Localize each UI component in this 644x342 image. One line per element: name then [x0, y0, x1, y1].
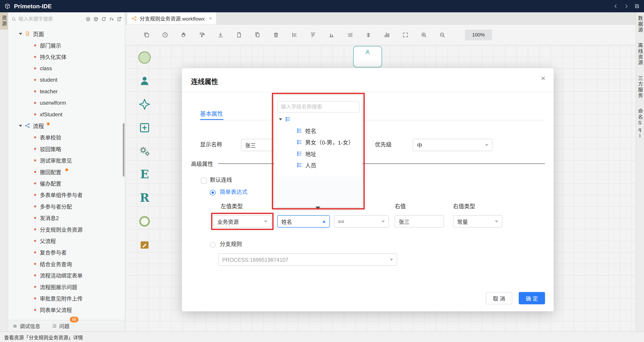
hand-icon[interactable]: [180, 31, 187, 38]
field-option[interactable]: 人员: [274, 159, 362, 171]
copy-icon[interactable]: [254, 31, 261, 38]
tree-item[interactable]: 审批意见附件上传: [8, 292, 125, 304]
field-option[interactable]: 男女（0-男，1-女）: [274, 136, 362, 148]
palette-participant[interactable]: [137, 73, 152, 89]
delete-icon[interactable]: [273, 31, 279, 38]
palette-note[interactable]: [137, 237, 152, 252]
zoom-in-icon[interactable]: [420, 31, 427, 38]
tab-datasource[interactable]: 数据源: [636, 16, 644, 33]
zoom-out-icon[interactable]: [439, 31, 446, 38]
module-icon[interactable]: [93, 16, 99, 22]
tab-close-icon[interactable]: ×: [209, 15, 212, 22]
caret-down-icon[interactable]: [19, 33, 22, 35]
tree-item[interactable]: 复合参与者: [8, 246, 125, 258]
palette-rule[interactable]: R: [137, 190, 152, 206]
sidebar-scrollbar[interactable]: [123, 123, 124, 177]
caret-down-icon[interactable]: [279, 118, 282, 120]
clone-icon[interactable]: [144, 31, 150, 38]
simple-expression-radio[interactable]: [210, 190, 216, 196]
close-icon[interactable]: ×: [541, 74, 545, 83]
debug-info-button[interactable]: 调试信息: [12, 322, 40, 330]
export-icon[interactable]: [116, 16, 122, 22]
field-tree-root[interactable]: [274, 114, 362, 125]
problems-button[interactable]: 问题: [52, 322, 69, 330]
default-line-checkbox[interactable]: [201, 178, 207, 184]
tree-item[interactable]: 部门展示: [8, 39, 125, 51]
tree-item[interactable]: 同表单父流程: [8, 304, 125, 316]
bullet-icon: [34, 148, 36, 150]
field-search-input[interactable]: [277, 101, 359, 112]
field-option[interactable]: 姓名: [274, 125, 362, 136]
palette-add-node[interactable]: [137, 120, 152, 136]
operator-select[interactable]: ==: [334, 215, 389, 228]
nav-forward-icon[interactable]: [624, 3, 629, 9]
nav-back-icon[interactable]: [613, 3, 618, 9]
palette-entity[interactable]: E: [137, 167, 152, 182]
tree-item[interactable]: class: [8, 62, 125, 74]
palette-end-node[interactable]: [137, 214, 152, 229]
tree-item[interactable]: 持久化实体: [8, 51, 125, 62]
tree-item[interactable]: 多表单组件参与者: [8, 189, 125, 200]
tree-item[interactable]: 催办配置: [8, 177, 125, 189]
fit-screen-icon[interactable]: [402, 31, 409, 38]
page-file-icon: [24, 31, 30, 37]
tree-item[interactable]: 测试审批意见: [8, 154, 125, 166]
history-icon[interactable]: [162, 31, 168, 38]
tree-item[interactable]: 驳回策略: [8, 143, 125, 154]
tree-item[interactable]: teacher: [8, 86, 125, 97]
tree-item[interactable]: 多参与者分配: [8, 200, 125, 212]
tree-item[interactable]: 父流程: [8, 235, 125, 246]
tree-group-processes[interactable]: 流程: [8, 120, 125, 131]
align-right-icon[interactable]: [347, 31, 353, 38]
tree-item[interactable]: student: [8, 74, 125, 85]
caret-down-icon[interactable]: [19, 124, 22, 126]
palette-gateway[interactable]: [137, 96, 152, 112]
tree-item[interactable]: 发消息2: [8, 212, 125, 223]
zoom-level[interactable]: 100%: [465, 29, 492, 40]
field-select[interactable]: 姓名: [277, 215, 330, 228]
right-value-input[interactable]: [394, 215, 444, 228]
field-list-icon: [296, 151, 302, 156]
download-icon[interactable]: [217, 31, 224, 38]
bar-chart-icon[interactable]: [384, 31, 390, 38]
save-icon[interactable]: [634, 3, 640, 9]
editor-tab-workflow[interactable]: 分支规则业务资源.workflowx ×: [127, 12, 216, 24]
sort-icon[interactable]: [109, 16, 114, 22]
palette-start-node[interactable]: [137, 50, 152, 65]
tree-item[interactable]: 结合业务查询: [8, 258, 125, 269]
ai-assistant-icon[interactable]: [86, 16, 91, 22]
align-center-icon[interactable]: [365, 31, 372, 38]
theme-icon[interactable]: [199, 31, 205, 38]
ok-button[interactable]: 确 定: [519, 292, 545, 304]
tab-offline-resources[interactable]: 离线资源: [636, 43, 644, 66]
tree-item-current-resource[interactable]: 分支规则业务资源: [8, 224, 125, 235]
tree-item[interactable]: 表单校验: [8, 132, 125, 143]
align-bottom-icon[interactable]: [328, 31, 335, 38]
left-type-select[interactable]: 业务资源: [213, 215, 272, 228]
branch-rule-radio[interactable]: [210, 242, 216, 248]
refresh-icon[interactable]: [101, 16, 106, 22]
align-top-icon[interactable]: [310, 31, 316, 38]
right-type-select[interactable]: 常量: [453, 215, 502, 228]
new-file-icon[interactable]: [236, 31, 242, 38]
tree-item[interactable]: 撤回配置: [8, 166, 125, 177]
bullet-icon: [34, 102, 36, 104]
tree-item[interactable]: 流程活动绑定表单: [8, 269, 125, 281]
tab-basic-properties[interactable]: 基本属性: [200, 109, 223, 118]
align-left-icon[interactable]: [291, 31, 298, 38]
gateway-icon: [138, 98, 151, 111]
tree-item[interactable]: xfStudent: [8, 108, 125, 120]
palette-settings[interactable]: [137, 144, 152, 159]
priority-select[interactable]: 中: [413, 139, 492, 151]
tree-group-pages[interactable]: 页面: [8, 28, 125, 39]
resource-search-input[interactable]: [18, 16, 84, 22]
branch-rule-select[interactable]: PROCESS:1699519874107: [218, 254, 397, 266]
field-option[interactable]: 地址: [274, 148, 362, 159]
tab-named-sql[interactable]: 命名Sql: [636, 108, 644, 140]
tree-item[interactable]: 流程图展示问题: [8, 281, 125, 292]
tab-third-party-services[interactable]: 三方服务: [636, 76, 644, 99]
tree-item[interactable]: userwlform: [8, 97, 125, 108]
flow-node-participant[interactable]: [353, 46, 382, 67]
resources-tab[interactable]: 资源: [0, 12, 8, 30]
cancel-button[interactable]: 取 消: [486, 292, 512, 304]
